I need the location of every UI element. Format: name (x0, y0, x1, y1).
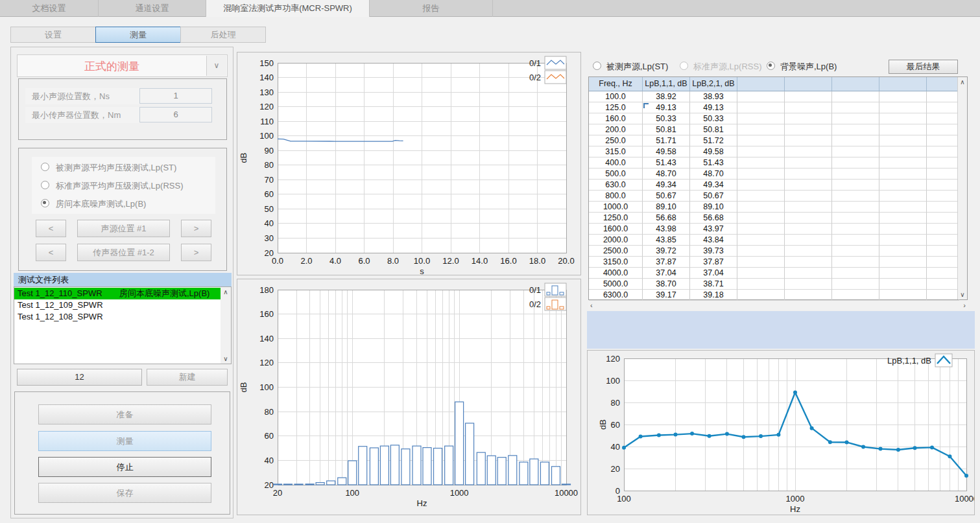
table-cell[interactable] (737, 235, 785, 246)
table-cell[interactable]: 37.04 (690, 268, 737, 279)
table-cell[interactable] (879, 202, 927, 213)
table-cell[interactable] (785, 91, 832, 102)
scroll-left-icon[interactable]: ‹ (590, 301, 593, 310)
table-cell[interactable] (927, 169, 959, 180)
table-cell[interactable] (832, 235, 879, 246)
results-table[interactable]: Freq., HzLpB,1,1, dBLpB,2,1, dB 100.038.… (588, 76, 968, 300)
table-cell[interactable] (785, 169, 832, 180)
table-cell[interactable]: 51.71 (643, 135, 690, 146)
table-cell[interactable]: 39.72 (643, 246, 690, 257)
table-cell[interactable]: 6300.0 (589, 290, 643, 301)
table-cell[interactable]: 43.97 (690, 224, 737, 235)
table-cell[interactable] (737, 257, 785, 268)
table-cell[interactable] (879, 213, 927, 224)
tab-channel-settings[interactable]: 通道设置 (99, 0, 206, 17)
table-cell[interactable]: 48.70 (643, 169, 690, 180)
mic-position-next-button[interactable]: > (181, 244, 211, 261)
table-row[interactable]: 125.049.1349.13 (589, 102, 967, 113)
table-cell[interactable] (879, 157, 927, 169)
table-cell[interactable]: 89.10 (690, 202, 737, 213)
table-cell[interactable] (879, 102, 927, 113)
scroll-up-icon[interactable]: ∧ (221, 287, 231, 297)
table-cell[interactable] (832, 257, 879, 268)
result-radio-lp-st[interactable] (593, 62, 601, 70)
table-cell[interactable]: 49.13 (643, 102, 690, 113)
mic-position-prev-button[interactable]: < (36, 244, 66, 261)
table-cell[interactable] (832, 157, 879, 169)
table-cell[interactable]: 37.87 (690, 257, 737, 268)
table-cell[interactable]: 39.17 (643, 290, 690, 301)
table-cell[interactable] (737, 146, 785, 157)
table-cell[interactable] (879, 135, 927, 146)
table-row[interactable]: 2500.039.7239.73 (589, 246, 967, 257)
table-cell[interactable] (879, 235, 927, 246)
table-cell[interactable] (927, 268, 959, 279)
table-cell[interactable]: 49.34 (643, 180, 690, 191)
table-cell[interactable] (927, 202, 959, 213)
list-item[interactable]: Test 1_12_109_SPWR (14, 299, 221, 311)
table-row[interactable]: 6300.039.1739.18 (589, 290, 967, 301)
radio-lp-st[interactable] (41, 163, 49, 171)
table-cell[interactable]: 2000.0 (589, 235, 643, 246)
table-cell[interactable] (927, 235, 959, 246)
table-cell[interactable] (737, 202, 785, 213)
table-cell[interactable] (832, 279, 879, 290)
table-cell[interactable] (927, 290, 959, 301)
table-cell[interactable] (927, 224, 959, 235)
subtab-measure[interactable]: 测量 (95, 27, 181, 43)
table-cell[interactable]: 89.10 (643, 202, 690, 213)
table-cell[interactable] (737, 102, 785, 113)
table-cell[interactable] (785, 290, 832, 301)
table-cell[interactable] (927, 157, 959, 169)
table-cell[interactable] (927, 180, 959, 191)
table-cell[interactable] (927, 135, 959, 146)
table-cell[interactable] (785, 146, 832, 157)
table-row[interactable]: 1600.043.9843.97 (589, 224, 967, 235)
table-cell[interactable]: 51.43 (643, 157, 690, 169)
table-cell[interactable] (832, 146, 879, 157)
table-cell[interactable]: 49.34 (690, 180, 737, 191)
table-cell[interactable] (927, 102, 959, 113)
table-cell[interactable] (785, 279, 832, 290)
table-cell[interactable] (785, 180, 832, 191)
table-row[interactable]: 500.048.7048.70 (589, 169, 967, 180)
table-cell[interactable]: 37.87 (643, 257, 690, 268)
table-cell[interactable] (785, 268, 832, 279)
table-row[interactable]: 160.050.3350.33 (589, 113, 967, 124)
table-cell[interactable] (832, 113, 879, 124)
table-cell[interactable]: 38.92 (643, 91, 690, 102)
table-cell[interactable] (832, 102, 879, 113)
table-cell[interactable] (927, 124, 959, 135)
subtab-postprocess[interactable]: 后处理 (180, 27, 266, 43)
table-cell[interactable]: 50.81 (690, 124, 737, 135)
table-cell[interactable]: 37.04 (643, 268, 690, 279)
table-cell[interactable]: 50.81 (643, 124, 690, 135)
table-cell[interactable]: 50.33 (643, 113, 690, 124)
table-cell[interactable]: 43.85 (643, 235, 690, 246)
table-cell[interactable]: 4000.0 (589, 268, 643, 279)
table-cell[interactable] (737, 91, 785, 102)
table-cell[interactable]: 1250.0 (589, 213, 643, 224)
table-cell[interactable] (879, 180, 927, 191)
table-cell[interactable] (832, 169, 879, 180)
table-cell[interactable]: 5000.0 (589, 279, 643, 290)
table-cell[interactable] (737, 224, 785, 235)
tab-document-settings[interactable]: 文档设置 (0, 0, 99, 17)
table-row[interactable]: 250.051.7151.72 (589, 135, 967, 146)
table-cell[interactable]: 50.67 (643, 191, 690, 202)
source-position-next-button[interactable]: > (181, 220, 211, 237)
table-cell[interactable] (927, 146, 959, 157)
tab-mcr-spwr[interactable]: 混响室法测试声功率(MCR-SPWR) (206, 0, 370, 17)
table-cell[interactable] (785, 157, 832, 169)
prepare-button[interactable]: 准备 (38, 404, 211, 424)
table-cell[interactable] (737, 157, 785, 169)
table-row[interactable]: 400.051.4351.43 (589, 157, 967, 169)
table-cell[interactable] (879, 191, 927, 202)
table-row[interactable]: 100.038.9238.93 (589, 91, 967, 102)
table-cell[interactable] (785, 257, 832, 268)
table-cell[interactable]: 100.0 (589, 91, 643, 102)
table-cell[interactable] (832, 91, 879, 102)
list-item[interactable]: Test 1_12_108_SPWR (14, 311, 221, 323)
table-cell[interactable] (737, 135, 785, 146)
table-cell[interactable] (785, 224, 832, 235)
